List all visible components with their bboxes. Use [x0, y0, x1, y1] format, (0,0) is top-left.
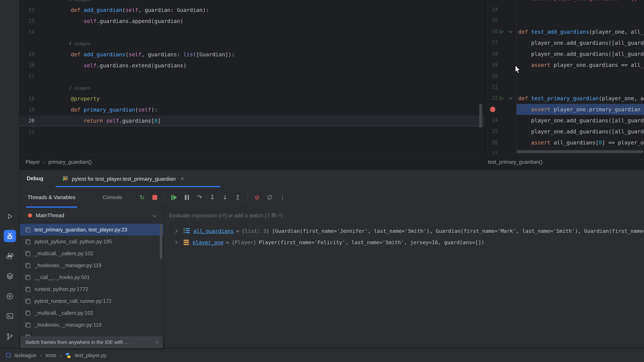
- line-number[interactable]: 13: [20, 15, 34, 27]
- code-line[interactable]: 17 player_one.add_guardians([all_guardia…: [486, 37, 644, 48]
- code-line[interactable]: 16 self.guardians.extend(guardians): [20, 60, 485, 71]
- breadcrumb-test-method[interactable]: test_primary_guardian(): [488, 159, 542, 165]
- line-number[interactable]: 21: [20, 126, 34, 137]
- line-number[interactable]: 19: [20, 104, 34, 115]
- run-tool-button[interactable]: [4, 210, 16, 222]
- line-number[interactable]: 16: [486, 26, 498, 37]
- services-tool-button[interactable]: [4, 290, 16, 302]
- variable-row[interactable]: player_one = {Player} Player(first_name=…: [164, 237, 644, 248]
- tab-console[interactable]: Console: [103, 187, 122, 208]
- frame-row[interactable]: _hookexec, _manager.py:119: [20, 319, 164, 331]
- line-number[interactable]: 12: [20, 4, 34, 15]
- line-number[interactable]: 22: [486, 93, 498, 104]
- frame-row[interactable]: __call__, _hooks.py:501: [20, 271, 164, 283]
- breakpoint-icon[interactable]: [490, 107, 496, 112]
- code-line[interactable]: 24 player_one.add_guardians([all_guardia…: [486, 115, 644, 126]
- python-console-button[interactable]: [4, 250, 16, 262]
- code-line[interactable]: 20: [486, 70, 644, 82]
- structure-tool-button[interactable]: [4, 270, 16, 282]
- fold-chevron-icon[interactable]: [509, 96, 512, 99]
- breadcrumb-class[interactable]: Player: [26, 159, 40, 165]
- code-line[interactable]: 20 return self.guardians[0]: [20, 115, 485, 126]
- pause-button[interactable]: [182, 193, 191, 202]
- code-line[interactable]: 25 player_one.add_guardians([all_guardia…: [486, 126, 644, 137]
- code-line[interactable]: assert player_one.guardians == []: [486, 0, 644, 4]
- code-line[interactable]: 19 assert player_one.guardians == all_gu…: [486, 59, 644, 70]
- line-number[interactable]: 20: [486, 70, 498, 82]
- code-line[interactable]: assert player_one.primary_guardian is No…: [486, 104, 644, 115]
- horizontal-scrollbar[interactable]: [517, 150, 643, 153]
- expand-chevron-icon[interactable]: [174, 229, 178, 233]
- frame-row[interactable]: pytest_runtest_call, runner.py:172: [20, 295, 164, 307]
- editor-pane-player[interactable]: 3 usages12 def add_guardian(self, guardi…: [20, 0, 485, 154]
- frame-row[interactable]: _multicall, _callers.py:102: [20, 248, 164, 259]
- more-options-button[interactable]: ⋮: [278, 193, 287, 202]
- editor-pane-test[interactable]: assert player_one.guardians == []141516▷…: [486, 0, 644, 154]
- code-line[interactable]: 15 def add_guardians(self, guardians: li…: [20, 49, 485, 60]
- frame-row[interactable]: test_primary_guardian, test_player.py:23: [20, 224, 164, 236]
- variable-row[interactable]: all_guardians = {list: 3} [Guardian(firs…: [164, 225, 644, 237]
- line-number[interactable]: 17: [20, 71, 34, 82]
- frame-row[interactable]: pytest_pyfunc_call, python.py:195: [20, 236, 164, 248]
- debug-session-tab[interactable]: pytest for test_player.test_primary_guar…: [56, 170, 191, 187]
- expand-chevron-icon[interactable]: [174, 240, 178, 244]
- line-number[interactable]: 18: [20, 93, 34, 104]
- statusbar-breadcrumb-project[interactable]: laxleague: [14, 352, 36, 358]
- run-test-icon[interactable]: ▷: [500, 93, 504, 104]
- line-number[interactable]: 17: [486, 37, 498, 48]
- vertical-scrollbar[interactable]: [479, 104, 482, 128]
- run-test-icon[interactable]: ▷: [500, 26, 504, 37]
- code-line[interactable]: 2 usages: [20, 82, 485, 93]
- code-line[interactable]: 3 usages: [20, 0, 485, 4]
- line-number[interactable]: 15: [20, 49, 34, 60]
- version-control-tool-button[interactable]: [4, 330, 16, 343]
- line-number[interactable]: 18: [486, 48, 498, 59]
- code-line[interactable]: 12 def add_guardian(self, guardian: Guar…: [20, 4, 485, 15]
- line-number[interactable]: 14: [486, 4, 498, 15]
- line-number[interactable]: 15: [486, 15, 498, 26]
- code-line[interactable]: 26 assert all_guardians[0] == player_one…: [486, 137, 644, 148]
- code-line[interactable]: 22▷def test_primary_guardian(player_one,…: [486, 93, 644, 104]
- force-step-into-button[interactable]: ↓: [220, 193, 230, 202]
- close-icon[interactable]: ×: [180, 175, 184, 182]
- code-line[interactable]: 16▷def test_add_guardians(player_one, al…: [486, 26, 644, 37]
- code-line[interactable]: 18 @property: [20, 93, 485, 104]
- code-line[interactable]: 19 def primary_guardian(self):: [20, 104, 485, 115]
- code-line[interactable]: 13 self.guardians.append(guardian): [20, 15, 485, 27]
- code-line[interactable]: 17: [20, 71, 485, 82]
- statusbar-breadcrumb-tests[interactable]: tests: [46, 352, 56, 358]
- breadcrumb-method[interactable]: primary_guardian(): [48, 159, 92, 165]
- line-number[interactable]: 21: [486, 82, 498, 93]
- line-number[interactable]: 19: [486, 59, 498, 70]
- thread-selector[interactable]: MainThread: [20, 208, 164, 223]
- code-line[interactable]: 15: [486, 15, 644, 26]
- frame-row[interactable]: runtest, python.py:1772: [20, 283, 164, 295]
- terminal-tool-button[interactable]: [4, 310, 16, 322]
- tab-threads-variables[interactable]: Threads & Variables: [28, 187, 76, 208]
- variable-name[interactable]: player_one: [193, 239, 224, 245]
- stop-button[interactable]: [150, 193, 159, 202]
- code-line[interactable]: 18 player_one.add_guardians([all_guardia…: [486, 48, 644, 59]
- variable-name[interactable]: all_guardians: [193, 228, 234, 234]
- line-number[interactable]: 20: [20, 115, 34, 126]
- fold-chevron-icon[interactable]: [509, 29, 512, 33]
- code-line[interactable]: 14: [20, 27, 485, 38]
- step-into-button[interactable]: ↧: [208, 193, 217, 202]
- step-out-button[interactable]: ↥: [233, 193, 242, 202]
- frame-row[interactable]: _hookexec, _manager.py:119: [20, 259, 164, 271]
- line-number[interactable]: 14: [20, 27, 34, 38]
- evaluate-expression-input[interactable]: Evaluate expression (⏎) or add a watch (…: [164, 208, 644, 223]
- chevron-down-icon[interactable]: [152, 213, 157, 217]
- code-line[interactable]: 21: [20, 126, 485, 137]
- line-number[interactable]: 26: [486, 137, 498, 148]
- debug-tool-button[interactable]: [4, 230, 16, 242]
- code-line[interactable]: 4 usages: [20, 38, 485, 49]
- line-number[interactable]: 25: [486, 126, 498, 137]
- resume-button[interactable]: [170, 193, 178, 202]
- close-icon[interactable]: ×: [156, 339, 158, 345]
- line-number[interactable]: 16: [20, 60, 34, 71]
- line-number[interactable]: 27: [486, 148, 498, 154]
- line-number[interactable]: 24: [486, 115, 498, 126]
- frames-scrollbar[interactable]: [160, 224, 162, 259]
- statusbar-breadcrumb-file[interactable]: test_player.py: [75, 352, 106, 358]
